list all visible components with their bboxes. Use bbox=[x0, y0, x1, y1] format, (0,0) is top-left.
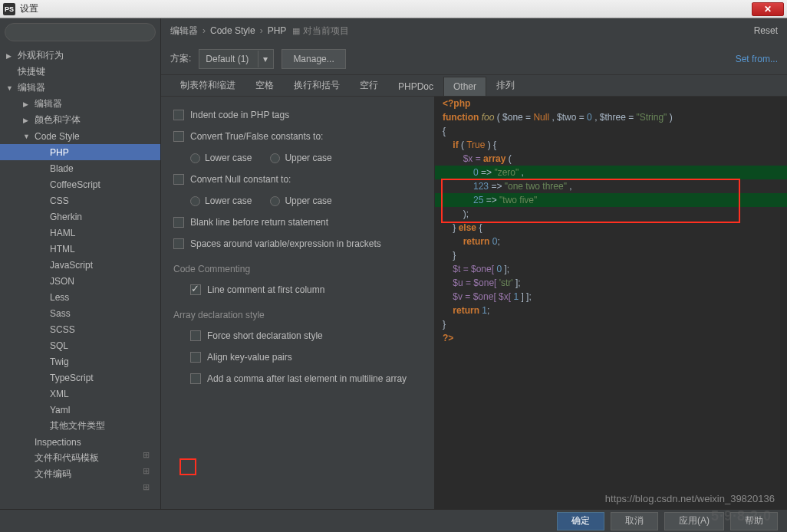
tree-item-label: Less bbox=[50, 292, 69, 303]
arrow-down-icon: ▼ bbox=[23, 133, 32, 140]
tree-item-sass[interactable]: Sass bbox=[0, 305, 160, 321]
tree-item-label: CSS bbox=[50, 195, 69, 206]
arrow-right-icon: ▶ bbox=[23, 117, 32, 124]
option-line-comment-first[interactable]: Line comment at first column bbox=[167, 279, 428, 300]
set-from-link[interactable]: Set from... bbox=[736, 54, 778, 64]
tree-item-label: Code Style bbox=[35, 131, 80, 142]
chevron-right-icon: › bbox=[203, 25, 206, 36]
tab-2[interactable]: 换行和括号 bbox=[284, 74, 350, 96]
tree-item-sql[interactable]: SQL bbox=[0, 337, 160, 353]
tree-item-coffeescript[interactable]: CoffeeScript bbox=[0, 176, 160, 192]
option-convert-true-false[interactable]: Convert True/False constants to: bbox=[167, 126, 428, 147]
tree-item-label: HAML bbox=[50, 228, 75, 238]
tree-item-inspections[interactable]: Inspections bbox=[0, 434, 160, 450]
radio-null-lower[interactable]: Lower case bbox=[190, 195, 252, 206]
apply-button[interactable]: 应用(A) bbox=[664, 512, 724, 530]
tree-item-label: Twig bbox=[50, 356, 69, 367]
checkbox-icon bbox=[190, 373, 201, 384]
breadcrumb-php: PHP bbox=[268, 25, 287, 36]
tree-item-label: Gherkin bbox=[50, 212, 82, 222]
tree-item-外观和行为[interactable]: ▶外观和行为 bbox=[0, 48, 160, 64]
tree-item-其他文件类型[interactable]: 其他文件类型 bbox=[0, 418, 160, 434]
scheme-label: 方案: bbox=[170, 52, 191, 65]
tree-item-label: SQL bbox=[50, 340, 68, 351]
tree-item-less[interactable]: Less bbox=[0, 289, 160, 305]
checkbox-checked-icon bbox=[190, 284, 201, 295]
scheme-value: Default (1) bbox=[206, 54, 249, 64]
breadcrumb: 编辑器 › Code Style › PHP ▦ 对当前项目 Reset bbox=[161, 18, 787, 43]
tree-item-blade[interactable]: Blade bbox=[0, 160, 160, 176]
tree-item-颜色和字体[interactable]: ▶颜色和字体 bbox=[0, 112, 160, 128]
radio-icon bbox=[190, 153, 200, 163]
tree-item-gherkin[interactable]: Gherkin bbox=[0, 209, 160, 225]
tree-item-文件和代码模板[interactable]: 文件和代码模板 bbox=[0, 450, 160, 466]
option-convert-null[interactable]: Convert Null constant to: bbox=[167, 169, 428, 190]
tree-item-code-style[interactable]: ▼Code Style bbox=[0, 128, 160, 144]
option-spaces-brackets[interactable]: Spaces around variable/expression in bra… bbox=[167, 233, 428, 255]
chevron-right-icon: › bbox=[260, 25, 263, 36]
ok-button[interactable]: 确定 bbox=[557, 512, 604, 530]
tab-3[interactable]: 空行 bbox=[350, 74, 388, 96]
radio-lower-case[interactable]: Lower case bbox=[190, 153, 252, 163]
tab-1[interactable]: 空格 bbox=[245, 74, 284, 96]
code-preview: <?php function foo ( $one = Null , $two … bbox=[435, 97, 787, 509]
manage-button[interactable]: Manage... bbox=[282, 49, 345, 69]
tree-item-typescript[interactable]: TypeScript bbox=[0, 369, 160, 386]
option-blank-before-return[interactable]: Blank line before return statement bbox=[167, 212, 428, 233]
tab-5[interactable]: Other bbox=[443, 77, 486, 96]
tree-item-label: 外观和行为 bbox=[18, 49, 64, 62]
tree-item-label: 编辑器 bbox=[18, 81, 45, 94]
tree-item-label: TypeScript bbox=[50, 373, 94, 383]
tree-item-json[interactable]: JSON bbox=[0, 273, 160, 289]
radio-null-upper[interactable]: Upper case bbox=[270, 195, 331, 206]
tree-item-label: 编辑器 bbox=[35, 97, 62, 110]
tree-item-label: 颜色和字体 bbox=[35, 113, 81, 126]
tree-item-文件编码[interactable]: 文件编码 bbox=[0, 466, 160, 482]
tree-item-label: SCSS bbox=[50, 324, 75, 335]
checkbox-icon bbox=[173, 110, 184, 120]
breadcrumb-codestyle[interactable]: Code Style bbox=[210, 25, 255, 36]
option-indent-php-tags[interactable]: Indent code in PHP tags bbox=[167, 104, 428, 126]
tree-item-编辑器[interactable]: ▶编辑器 bbox=[0, 96, 160, 112]
option-force-short[interactable]: Force short declaration style bbox=[167, 325, 428, 346]
app-icon: PS bbox=[3, 3, 15, 15]
checkbox-icon bbox=[190, 330, 201, 341]
radio-upper-case[interactable]: Upper case bbox=[270, 153, 331, 163]
option-comma-after-last[interactable]: Add a comma after last element in multil… bbox=[167, 368, 428, 389]
arrow-right-icon: ▶ bbox=[6, 52, 15, 60]
checkbox-icon bbox=[190, 352, 201, 363]
tree-item-yaml[interactable]: Yaml bbox=[0, 402, 160, 418]
tab-6[interactable]: 排列 bbox=[486, 74, 525, 96]
radio-icon bbox=[270, 153, 280, 163]
tree-item-label: CoffeeScript bbox=[50, 179, 100, 190]
tree-item-php[interactable]: PHP bbox=[0, 144, 160, 160]
radio-icon bbox=[270, 196, 280, 206]
tree-item-scss[interactable]: SCSS bbox=[0, 321, 160, 337]
tree-item-javascript[interactable]: JavaScript bbox=[0, 257, 160, 273]
tree-item-label: HTML bbox=[50, 244, 75, 255]
reset-link[interactable]: Reset bbox=[754, 25, 778, 36]
tab-0[interactable]: 制表符和缩进 bbox=[170, 74, 245, 96]
chevron-down-icon: ▾ bbox=[258, 51, 272, 67]
help-button[interactable]: 帮助 bbox=[730, 512, 778, 530]
option-align-key-value[interactable]: Align key-value pairs bbox=[167, 346, 428, 368]
scheme-dropdown[interactable]: Default (1) ▾ bbox=[199, 49, 274, 69]
cancel-button[interactable]: 取消 bbox=[611, 512, 658, 530]
tree-item-haml[interactable]: HAML bbox=[0, 225, 160, 241]
close-button[interactable]: ✕ bbox=[752, 2, 784, 16]
radio-icon bbox=[190, 196, 200, 206]
checkbox-icon bbox=[173, 131, 184, 142]
tab-4[interactable]: PHPDoc bbox=[388, 77, 443, 96]
project-scope-label: 对当前项目 bbox=[303, 25, 349, 38]
breadcrumb-editor[interactable]: 编辑器 bbox=[170, 25, 198, 38]
tree-item-编辑器[interactable]: ▼编辑器 bbox=[0, 80, 160, 96]
tree-item-快捷键[interactable]: 快捷键 bbox=[0, 64, 160, 80]
tree-item-xml[interactable]: XML bbox=[0, 386, 160, 402]
tree-item-twig[interactable]: Twig bbox=[0, 353, 160, 369]
search-input[interactable] bbox=[5, 23, 156, 41]
tree-item-html[interactable]: HTML bbox=[0, 241, 160, 257]
tree-item-label: PHP bbox=[50, 147, 69, 158]
tree-item-css[interactable]: CSS bbox=[0, 192, 160, 209]
dialog-footer: 确定 取消 应用(A) 帮助 bbox=[0, 509, 787, 532]
tree-item-label: Sass bbox=[50, 308, 71, 319]
